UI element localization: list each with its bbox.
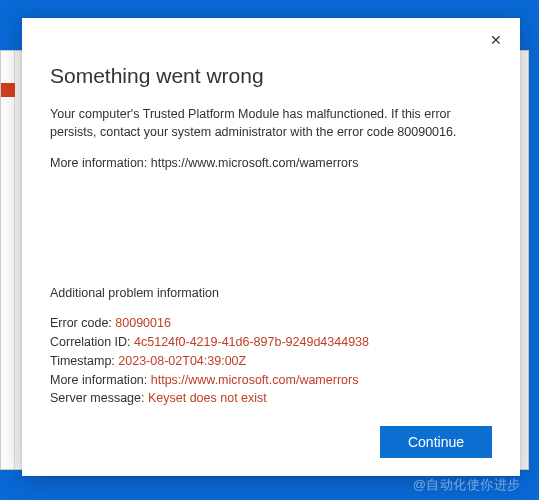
- dialog-button-row: Continue: [50, 426, 492, 458]
- detail-moreinfo-label: More information:: [50, 373, 151, 387]
- moreinfo-url: https://www.microsoft.com/wamerrors: [151, 156, 359, 170]
- server-message-value: Keyset does not exist: [148, 391, 267, 405]
- error-details: Error code: 80090016 Correlation ID: 4c5…: [50, 314, 492, 408]
- detail-correlation-id: Correlation ID: 4c5124f0-4219-41d6-897b-…: [50, 333, 492, 352]
- error-message-moreinfo: More information: https://www.microsoft.…: [50, 155, 492, 173]
- detail-error-code: Error code: 80090016: [50, 314, 492, 333]
- background-sidebar: [1, 51, 15, 469]
- error-dialog: ✕ Something went wrong Your computer's T…: [22, 18, 520, 476]
- close-button[interactable]: ✕: [482, 26, 510, 54]
- titlebar: ✕: [22, 18, 520, 54]
- error-code-value: 80090016: [115, 316, 171, 330]
- dialog-title: Something went wrong: [50, 64, 492, 88]
- server-message-label: Server message:: [50, 391, 148, 405]
- detail-more-information: More information: https://www.microsoft.…: [50, 371, 492, 390]
- additional-info-heading: Additional problem information: [50, 286, 492, 300]
- spacer: [50, 187, 492, 287]
- background-tile-icon: [1, 83, 15, 97]
- detail-timestamp: Timestamp: 2023-08-02T04:39:00Z: [50, 352, 492, 371]
- detail-server-message: Server message: Keyset does not exist: [50, 389, 492, 408]
- correlation-id-label: Correlation ID:: [50, 335, 134, 349]
- timestamp-value: 2023-08-02T04:39:00Z: [118, 354, 246, 368]
- timestamp-label: Timestamp:: [50, 354, 118, 368]
- detail-moreinfo-value: https://www.microsoft.com/wamerrors: [151, 373, 359, 387]
- close-icon: ✕: [490, 32, 502, 48]
- error-message-main: Your computer's Trusted Platform Module …: [50, 106, 492, 141]
- correlation-id-value: 4c5124f0-4219-41d6-897b-9249d4344938: [134, 335, 369, 349]
- error-code-label: Error code:: [50, 316, 115, 330]
- dialog-body: Something went wrong Your computer's Tru…: [22, 54, 520, 476]
- watermark-text: @自动化使你进步: [413, 476, 521, 494]
- moreinfo-prefix: More information:: [50, 156, 151, 170]
- continue-button[interactable]: Continue: [380, 426, 492, 458]
